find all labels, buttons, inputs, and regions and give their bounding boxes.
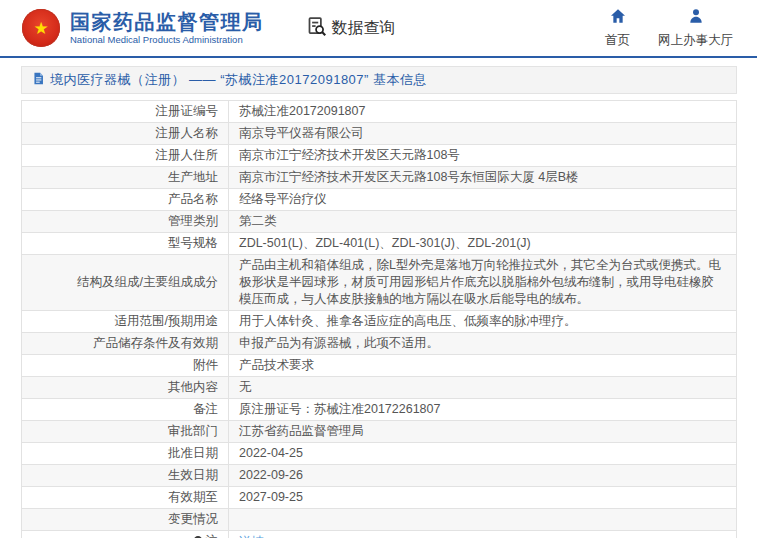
table-row: 有效期至2027-09-25 <box>22 487 737 509</box>
row-label: 型号规格 <box>22 233 229 255</box>
row-value: 经络导平治疗仪 <box>229 189 737 211</box>
row-value: 南京市江宁经济技术开发区天元路108号东恒国际大厦 4层B楼 <box>229 167 737 189</box>
row-label: 附件 <box>22 355 229 377</box>
org-names: 国家药品监督管理局 National Medical Products Admi… <box>70 10 264 46</box>
table-row: 管理类别第二类 <box>22 211 737 233</box>
row-label: 注册证编号 <box>22 101 229 123</box>
row-value: 原注册证号：苏械注准20172261807 <box>229 399 737 421</box>
row-value: 2022-09-26 <box>229 465 737 487</box>
main-content: 境内医疗器械（注册） —— “苏械注准20172091807” 基本信息 注册证… <box>0 58 757 538</box>
breadcrumb-text: 境内医疗器械（注册） —— “苏械注准20172091807” 基本信息 <box>50 71 427 89</box>
table-row: 批准日期2022-04-25 <box>22 443 737 465</box>
row-value: 南京导平仪器有限公司 <box>229 123 737 145</box>
table-row: 适用范围/预期用途用于人体针灸、推拿各适应症的高电压、低频率的脉冲理疗。 <box>22 311 737 333</box>
row-label: 注册人住所 <box>22 145 229 167</box>
nav-data-query-label: 数据查询 <box>332 18 396 39</box>
row-label: 其他内容 <box>22 377 229 399</box>
person-icon <box>688 8 704 28</box>
row-value: ZDL-501(L)、ZDL-401(L)、ZDL-301(J)、ZDL-201… <box>229 233 737 255</box>
nmpa-logo: ★ 国家药品监督管理局 National Medical Products Ad… <box>22 9 264 47</box>
row-value <box>229 509 737 531</box>
table-row: 产品储存条件及有效期申报产品为有源器械，此项不适用。 <box>22 333 737 355</box>
info-table-body: 注册证编号苏械注准20172091807注册人名称南京导平仪器有限公司注册人住所… <box>22 101 737 538</box>
org-title-en: National Medical Products Administration <box>70 34 264 46</box>
row-label: 结构及组成/主要组成成分 <box>22 255 229 311</box>
row-value: 苏械注准20172091807 <box>229 101 737 123</box>
nav-service-hall[interactable]: 网上办事大厅 <box>658 8 733 49</box>
table-row: 注册人住所南京市江宁经济技术开发区天元路108号 <box>22 145 737 167</box>
document-icon <box>32 71 50 89</box>
row-label: 变更情况 <box>22 509 229 531</box>
header: ★ 国家药品监督管理局 National Medical Products Ad… <box>0 0 757 58</box>
row-label: 管理类别 <box>22 211 229 233</box>
table-row: 审批部门江苏省药品监督管理局 <box>22 421 737 443</box>
table-row: 注详情 <box>22 531 737 538</box>
row-label: 备注 <box>22 399 229 421</box>
row-label: 注 <box>22 531 229 538</box>
row-value: 第二类 <box>229 211 737 233</box>
table-row: 备注原注册证号：苏械注准20172261807 <box>22 399 737 421</box>
row-label: 适用范围/预期用途 <box>22 311 229 333</box>
table-row: 产品名称经络导平治疗仪 <box>22 189 737 211</box>
nav-home[interactable]: 首页 <box>605 8 630 49</box>
national-emblem-icon: ★ <box>22 9 60 47</box>
row-label: 有效期至 <box>22 487 229 509</box>
row-label: 产品名称 <box>22 189 229 211</box>
row-value: 用于人体针灸、推拿各适应症的高电压、低频率的脉冲理疗。 <box>229 311 737 333</box>
table-row: 型号规格ZDL-501(L)、ZDL-401(L)、ZDL-301(J)、ZDL… <box>22 233 737 255</box>
row-value: 南京市江宁经济技术开发区天元路108号 <box>229 145 737 167</box>
table-row: 变更情况 <box>22 509 737 531</box>
table-row: 结构及组成/主要组成成分产品由主机和箱体组成，除L型外壳是落地万向轮推拉式外，其… <box>22 255 737 311</box>
row-value: 详情 <box>229 531 737 538</box>
nav-data-query[interactable]: 数据查询 <box>306 16 396 41</box>
nav-home-label: 首页 <box>605 32 630 49</box>
nav-service-hall-label: 网上办事大厅 <box>658 32 733 49</box>
registration-info-table: 注册证编号苏械注准20172091807注册人名称南京导平仪器有限公司注册人住所… <box>21 100 737 538</box>
header-right-nav: 首页 网上办事大厅 <box>605 8 743 49</box>
row-label: 批准日期 <box>22 443 229 465</box>
row-value: 产品技术要求 <box>229 355 737 377</box>
row-label: 注册人名称 <box>22 123 229 145</box>
table-row: 附件产品技术要求 <box>22 355 737 377</box>
org-title-zh: 国家药品监督管理局 <box>70 10 264 34</box>
row-value: 2027-09-25 <box>229 487 737 509</box>
table-row: 生效日期2022-09-26 <box>22 465 737 487</box>
table-row: 其他内容无 <box>22 377 737 399</box>
document-search-icon <box>306 16 327 41</box>
row-value: 江苏省药品监督管理局 <box>229 421 737 443</box>
breadcrumb: 境内医疗器械（注册） —— “苏械注准20172091807” 基本信息 <box>21 66 737 94</box>
row-value: 申报产品为有源器械，此项不适用。 <box>229 333 737 355</box>
row-label: 审批部门 <box>22 421 229 443</box>
table-row: 生产地址南京市江宁经济技术开发区天元路108号东恒国际大厦 4层B楼 <box>22 167 737 189</box>
row-value: 无 <box>229 377 737 399</box>
row-value: 2022-04-25 <box>229 443 737 465</box>
table-row: 注册证编号苏械注准20172091807 <box>22 101 737 123</box>
row-label: 产品储存条件及有效期 <box>22 333 229 355</box>
table-row: 注册人名称南京导平仪器有限公司 <box>22 123 737 145</box>
row-label: 生产地址 <box>22 167 229 189</box>
home-icon <box>610 8 626 28</box>
row-value: 产品由主机和箱体组成，除L型外壳是落地万向轮推拉式外，其它全为台式或便携式。电极… <box>229 255 737 311</box>
row-label: 生效日期 <box>22 465 229 487</box>
